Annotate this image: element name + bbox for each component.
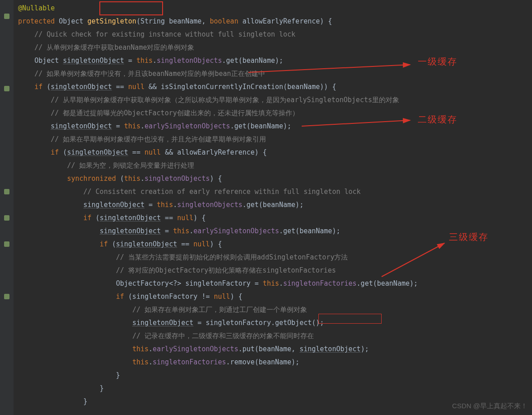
label-cache-3: 三级缓存 bbox=[449, 231, 489, 244]
editor-gutter bbox=[0, 0, 14, 415]
code-block: @Nullable protected Object getSingleton(… bbox=[18, 2, 418, 408]
gutter-breakpoint-icon[interactable] bbox=[4, 86, 9, 91]
label-cache-1: 一级缓存 bbox=[418, 55, 457, 68]
gutter-breakpoint-icon[interactable] bbox=[4, 241, 9, 247]
code-editor: @Nullable protected Object getSingleton(… bbox=[0, 0, 532, 415]
gutter-breakpoint-icon[interactable] bbox=[4, 215, 9, 221]
gutter-breakpoint-icon[interactable] bbox=[4, 189, 9, 194]
gutter-breakpoint-icon[interactable] bbox=[4, 294, 9, 299]
label-cache-2: 二级缓存 bbox=[418, 113, 457, 126]
watermark: CSDN @早上真起不来！ bbox=[452, 399, 527, 412]
gutter-breakpoint-icon[interactable] bbox=[4, 14, 9, 19]
